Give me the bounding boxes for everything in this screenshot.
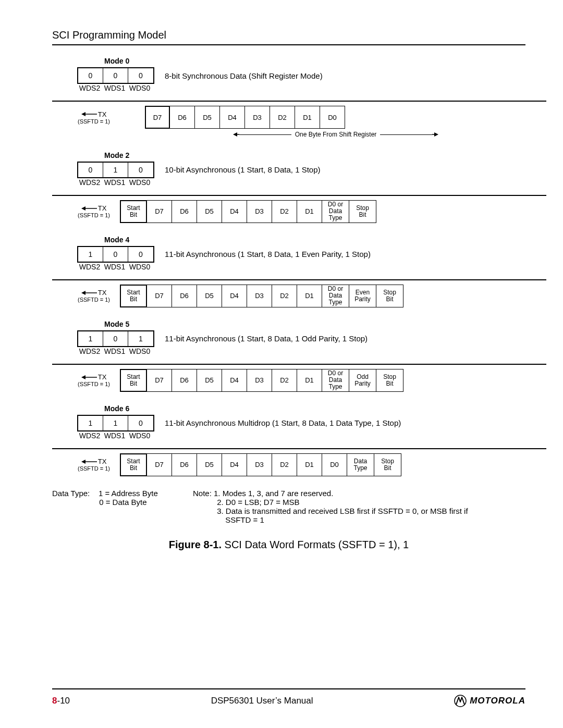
figure-area: Mode 00008-bit Synchronous Data (Shift R… xyxy=(52,57,525,476)
wds-column-labels: WDS2WDS1WDS0 xyxy=(77,178,525,187)
wds-cell: 0 xyxy=(78,163,103,177)
frame-cell: OddParity xyxy=(349,369,376,392)
frame-cell: D1 xyxy=(297,200,322,223)
frame-cell: D3 xyxy=(247,453,272,476)
frame-top-rule xyxy=(52,195,546,196)
frame-cell: D0 orDataType xyxy=(322,285,349,307)
note-2: 2. D0 = LSB; D7 = MSB xyxy=(217,498,299,507)
frame-cell-line: Bit xyxy=(130,212,137,218)
wds-box: 000 xyxy=(77,67,154,84)
wds-col-label: WDS0 xyxy=(127,347,152,355)
mode-label: Mode 6 xyxy=(104,404,525,413)
frame-wrap: TX(SSFTD = 1)StartBitD7D6D5D4D3D2D1D0 or… xyxy=(52,195,525,223)
wds-cell: 1 xyxy=(78,416,103,430)
frame-cell: D1 xyxy=(297,453,322,476)
frame-cell: StopBit xyxy=(374,453,401,476)
frame-box: StartBitD7D6D5D4D3D2D1D0 orDataTypeStopB… xyxy=(120,200,376,223)
wds-column-labels: WDS2WDS1WDS0 xyxy=(77,431,525,440)
wds-line: 11011-bit Asynchronous Multidrop (1 Star… xyxy=(77,415,525,431)
tx-column: TX(SSFTD = 1) xyxy=(68,204,120,218)
wds-col-label: WDS0 xyxy=(127,84,152,92)
wds-cell: 1 xyxy=(103,163,128,177)
motorola-icon xyxy=(454,695,467,707)
tx-column: TX(SSFTD = 1) xyxy=(68,289,120,303)
frame-cell-line: Even xyxy=(356,289,370,296)
wds-cell: 1 xyxy=(78,247,103,262)
wds-col-label: WDS0 xyxy=(127,178,152,187)
wds-box: 010 xyxy=(77,162,154,178)
mode-description: 11-bit Asynchronous Multidrop (1 Start, … xyxy=(165,418,401,427)
frame-top-rule xyxy=(52,448,546,449)
wds-cell: 0 xyxy=(103,331,128,346)
note-1: 1. Modes 1, 3, and 7 are reserved. xyxy=(214,489,333,498)
frame-cell: D2 xyxy=(272,369,297,392)
svg-marker-7 xyxy=(81,206,85,211)
wds-col-label: WDS1 xyxy=(102,84,127,92)
arrow-left-icon xyxy=(81,375,97,380)
arrow-left-icon xyxy=(81,290,97,295)
wds-col-label: WDS2 xyxy=(77,431,102,440)
frame-cell: D0 orDataType xyxy=(322,369,349,392)
data-type-l1: 1 = Address Byte xyxy=(99,489,158,498)
wds-box: 101 xyxy=(77,330,154,347)
mode-label: Mode 4 xyxy=(104,236,525,244)
brand-text: MOTOROLA xyxy=(470,696,525,706)
wds-cell: 0 xyxy=(78,68,103,83)
mode-label: Mode 2 xyxy=(104,151,525,159)
wds-cell: 0 xyxy=(128,163,153,177)
note-3b: SSFTD = 1 xyxy=(225,515,264,524)
frame-cell: D2 xyxy=(272,453,297,476)
frame-cell-line: Data xyxy=(354,458,367,465)
wds-cell: 0 xyxy=(103,247,128,262)
tx-sublabel: (SSFTD = 1) xyxy=(68,212,120,218)
frame-cell: D4 xyxy=(222,453,247,476)
wds-cell: 0 xyxy=(128,68,153,83)
frame-cell: StopBit xyxy=(349,200,376,223)
wds-column-labels: WDS2WDS1WDS0 xyxy=(77,84,525,92)
frame-cell: D3 xyxy=(245,106,270,129)
frame-cell: D5 xyxy=(197,369,222,392)
frame-cell-line: Bit xyxy=(386,380,393,387)
wds-cell: 0 xyxy=(128,247,153,262)
wds-col-label: WDS0 xyxy=(127,431,152,440)
frame-cell: D1 xyxy=(295,106,320,129)
svg-marker-5 xyxy=(434,132,438,137)
frame-wrap: TX(SSFTD = 1)StartBitD7D6D5D4D3D2D1D0 or… xyxy=(52,364,525,392)
mode-block: Mode 00008-bit Synchronous Data (Shift R… xyxy=(52,57,525,139)
frame-cell-line: Type xyxy=(353,465,367,472)
svg-marker-11 xyxy=(81,375,85,379)
frame-cell: D4 xyxy=(222,369,247,392)
wds-line: 0008-bit Synchronous Data (Shift Registe… xyxy=(77,67,525,84)
frame-cell-line: Bit xyxy=(130,380,137,387)
frame-top-rule xyxy=(52,101,546,102)
svg-marker-9 xyxy=(81,291,85,295)
page-number: 8-10 xyxy=(52,696,70,706)
frame-cell-line: Odd xyxy=(357,374,369,380)
frame-cell: D5 xyxy=(197,200,222,223)
mode-label: Mode 5 xyxy=(104,320,525,328)
frame-cell-line: Start xyxy=(127,374,140,380)
mode-block: Mode 201010-bit Asynchronous (1 Start, 8… xyxy=(52,151,525,223)
frame-cell-line: Stop xyxy=(356,205,369,212)
figure-caption: Figure 8-1. SCI Data Word Formats (SSFTD… xyxy=(52,539,525,551)
frame-cell: D0 xyxy=(320,106,345,129)
wds-col-label: WDS1 xyxy=(102,178,127,187)
frame-cell-line: Bit xyxy=(386,296,393,303)
wds-col-label: WDS2 xyxy=(77,347,102,355)
frame-wrap: TX(SSFTD = 1)StartBitD7D6D5D4D3D2D1D0 or… xyxy=(52,279,525,307)
frame-cell: D7 xyxy=(145,106,170,129)
frame-wrap: TX(SSFTD = 1)StartBitD7D6D5D4D3D2D1D0Dat… xyxy=(52,448,525,476)
wds-col-label: WDS1 xyxy=(102,431,127,440)
frame-cell-line: Type xyxy=(328,384,342,390)
wds-cell: 1 xyxy=(103,416,128,430)
arrow-left-icon xyxy=(81,459,97,464)
frame-cell-line: Start xyxy=(127,289,140,296)
frame-top-rule xyxy=(52,364,546,365)
note-3: 3. Data is transmitted and received LSB … xyxy=(217,507,468,515)
frame-cell: D2 xyxy=(272,285,297,307)
frame-cell-line: Bit xyxy=(359,212,366,218)
frame-cell: StartBit xyxy=(120,453,147,476)
caption-rule xyxy=(239,134,291,135)
frame-cell: D5 xyxy=(195,106,220,129)
wds-col-label: WDS1 xyxy=(102,263,127,271)
